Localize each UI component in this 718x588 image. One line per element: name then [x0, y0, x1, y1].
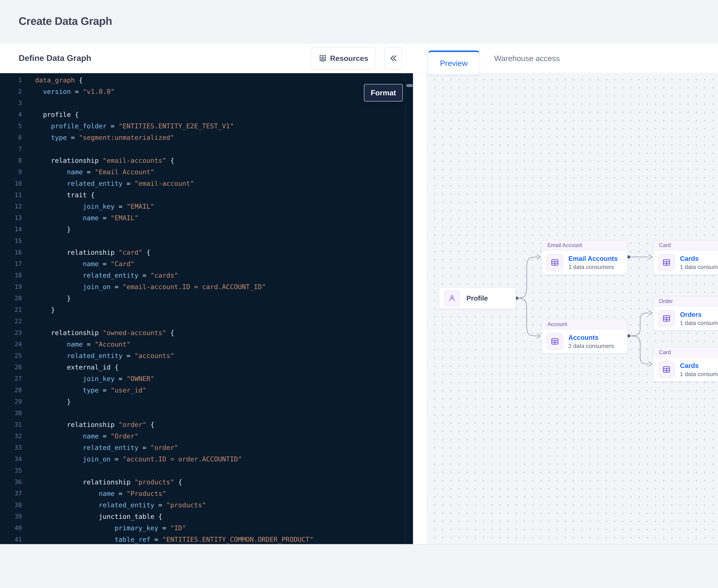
line-number: 18: [0, 270, 22, 281]
line-number: 23: [0, 327, 22, 338]
sub-header: Define Data Graph Resources Preview: [0, 43, 718, 73]
group-header-label: Account: [542, 319, 627, 329]
entity-consumers: 2 data consumers: [568, 343, 614, 349]
code-line[interactable]: 26 external_id {: [0, 361, 413, 373]
line-number: 12: [0, 201, 22, 212]
line-number: 35: [0, 465, 22, 476]
line-number: 10: [0, 178, 22, 189]
table-icon: [658, 254, 675, 271]
code-line[interactable]: 4 profile {: [0, 109, 413, 120]
entity-consumers: 1 data consumers: [568, 264, 618, 270]
resources-button[interactable]: Resources: [311, 47, 376, 69]
code-line[interactable]: 5 profile_folder = "ENTITIES.ENTITY_E2E_…: [0, 120, 413, 132]
line-number: 21: [0, 304, 22, 316]
line-number: 22: [0, 316, 22, 327]
code-line[interactable]: 8 relationship "email-accounts" {: [0, 155, 413, 166]
line-number: 30: [0, 407, 22, 419]
line-number: 40: [0, 522, 22, 534]
entity-link[interactable]: Accounts: [568, 334, 614, 341]
page-title: Create Data Graph: [19, 15, 112, 27]
code-line[interactable]: 31 relationship "order" {: [0, 419, 413, 430]
line-number: 34: [0, 453, 22, 465]
code-line[interactable]: 29 }: [0, 396, 413, 407]
code-line[interactable]: 15: [0, 235, 413, 247]
entity-link[interactable]: Cards: [680, 362, 718, 370]
arrowhead-icon: [649, 311, 652, 315]
code-line[interactable]: 16 relationship "card" {: [0, 247, 413, 258]
code-line[interactable]: 2 version = "v1.0.0": [0, 86, 413, 97]
code-line[interactable]: 21 }: [0, 304, 413, 316]
code-line[interactable]: 6 type = "segment:unmaterialized": [0, 132, 413, 143]
code-line[interactable]: 11 trait {: [0, 189, 413, 201]
code-line[interactable]: 9 name = "Email Account": [0, 166, 413, 178]
line-number: 4: [0, 109, 22, 120]
code-line[interactable]: 19 join_on = "email-account.ID = card.AC…: [0, 281, 413, 293]
line-number: 20: [0, 293, 22, 304]
code-line[interactable]: 39 junction_table {: [0, 511, 413, 522]
code-line[interactable]: 32 name = "Order": [0, 430, 413, 442]
node-profile-label: Profile: [467, 294, 488, 302]
code-line[interactable]: 17 name = "Card": [0, 258, 413, 270]
table-icon: [547, 254, 563, 271]
code-line[interactable]: 40 primary_key = "ID": [0, 522, 413, 534]
tab-preview[interactable]: Preview: [428, 50, 479, 75]
node-group-order[interactable]: Order Orders 1 data consumers: [653, 296, 718, 331]
line-number: 19: [0, 281, 22, 293]
code-line[interactable]: 36 relationship "products" {: [0, 476, 413, 488]
code-line[interactable]: 10 related_entity = "email-account": [0, 178, 413, 189]
edge-account-cardbottom: [629, 336, 649, 364]
line-number: 29: [0, 396, 22, 407]
code-line[interactable]: 37 name = "Products": [0, 488, 413, 499]
code-line[interactable]: 3: [0, 97, 413, 109]
node-profile[interactable]: Profile: [439, 288, 516, 309]
code-line[interactable]: 27 join_key = "OWNER": [0, 373, 413, 384]
entity-consumers: 1 data consumers: [680, 371, 718, 377]
code-line[interactable]: 22: [0, 316, 413, 327]
line-number: 24: [0, 338, 22, 350]
preview-canvas[interactable]: Profile Email Account Email Accounts 1 d…: [427, 73, 718, 544]
code-editor[interactable]: 1data_graph {2 version = "v1.0.0"34 prof…: [0, 73, 413, 544]
node-group-account[interactable]: Account Accounts 2 data consumers: [541, 319, 628, 353]
entity-link[interactable]: Cards: [680, 255, 718, 262]
line-number: 3: [0, 97, 22, 109]
code-line[interactable]: 34 join_on = "account.ID = order.ACCOUNT…: [0, 453, 413, 465]
edge-profile-account: [517, 298, 538, 336]
panel-resize-divider[interactable]: [413, 73, 427, 544]
code-line[interactable]: 41 table_ref = "ENTITIES.ENTITY_COMMON.O…: [0, 534, 413, 544]
format-button[interactable]: Format: [364, 84, 403, 102]
line-number: 2: [0, 86, 22, 97]
code-line[interactable]: 14 }: [0, 224, 413, 235]
code-line[interactable]: 1data_graph {: [0, 75, 413, 86]
code-line[interactable]: 38 related_entity = "products": [0, 499, 413, 511]
code-line[interactable]: 23 relationship "owned-accounts" {: [0, 327, 413, 338]
line-number: 14: [0, 224, 22, 235]
table-icon: [658, 310, 675, 327]
line-number: 8: [0, 155, 22, 166]
node-group-email-account[interactable]: Email Account Email Accounts 1 data cons…: [541, 240, 628, 274]
node-group-card-bottom[interactable]: Card Cards 1 data consumers: [653, 347, 718, 382]
line-number: 32: [0, 430, 22, 442]
person-icon: [444, 290, 460, 306]
code-line[interactable]: 25 related_entity = "accounts": [0, 350, 413, 361]
code-line[interactable]: 13 name = "EMAIL": [0, 212, 413, 224]
code-line[interactable]: 28 type = "user_id": [0, 384, 413, 396]
collapse-panel-button[interactable]: [385, 47, 402, 69]
node-group-card-top[interactable]: Card Cards 1 data consumer: [653, 240, 718, 274]
line-number: 9: [0, 166, 22, 178]
edge-account-order: [629, 313, 649, 336]
editor-scrollbar-thumb[interactable]: [406, 84, 413, 87]
entity-link[interactable]: Email Accounts: [568, 255, 618, 262]
tab-warehouse-access[interactable]: Warehouse access: [494, 43, 560, 73]
code-line[interactable]: 12 join_key = "EMAIL": [0, 201, 413, 212]
editor-panel-title: Define Data Graph: [19, 53, 91, 63]
code-line[interactable]: 33 related_entity = "order": [0, 442, 413, 453]
code-line[interactable]: 7: [0, 143, 413, 155]
entity-link[interactable]: Orders: [680, 311, 718, 318]
line-number: 16: [0, 247, 22, 258]
code-line[interactable]: 20 }: [0, 293, 413, 304]
code-line[interactable]: 30: [0, 407, 413, 419]
code-line[interactable]: 18 related_entity = "cards": [0, 270, 413, 281]
code-line[interactable]: 35: [0, 465, 413, 476]
code-line[interactable]: 24 name = "Account": [0, 338, 413, 350]
arrowhead-icon: [649, 362, 652, 366]
